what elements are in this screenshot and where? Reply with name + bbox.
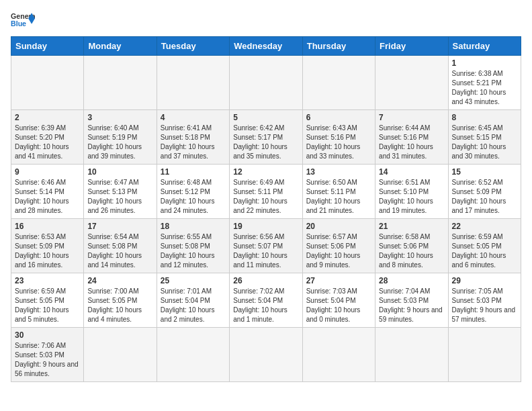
col-header-saturday: Saturday <box>448 37 521 56</box>
day-info: Sunrise: 7:03 AM Sunset: 5:04 PM Dayligh… <box>306 287 371 324</box>
calendar-cell: 16Sunrise: 6:53 AM Sunset: 5:09 PM Dayli… <box>11 219 84 273</box>
day-info: Sunrise: 6:39 AM Sunset: 5:20 PM Dayligh… <box>15 124 80 161</box>
calendar-cell <box>448 328 521 382</box>
day-info: Sunrise: 6:46 AM Sunset: 5:14 PM Dayligh… <box>15 178 80 216</box>
calendar-cell <box>11 56 84 110</box>
day-info: Sunrise: 6:52 AM Sunset: 5:09 PM Dayligh… <box>452 178 517 216</box>
day-info: Sunrise: 7:06 AM Sunset: 5:03 PM Dayligh… <box>15 341 80 379</box>
day-number: 24 <box>87 276 152 285</box>
calendar-cell: 2Sunrise: 6:39 AM Sunset: 5:20 PM Daylig… <box>11 110 84 165</box>
day-number: 8 <box>452 113 517 122</box>
day-info: Sunrise: 7:05 AM Sunset: 5:03 PM Dayligh… <box>452 287 517 324</box>
calendar-cell: 18Sunrise: 6:55 AM Sunset: 5:08 PM Dayli… <box>157 219 229 273</box>
day-info: Sunrise: 7:01 AM Sunset: 5:04 PM Dayligh… <box>161 287 226 324</box>
calendar-cell: 1Sunrise: 6:38 AM Sunset: 5:21 PM Daylig… <box>448 56 521 110</box>
calendar-cell <box>157 56 229 110</box>
day-info: Sunrise: 6:47 AM Sunset: 5:13 PM Dayligh… <box>87 178 152 216</box>
calendar-cell: 14Sunrise: 6:51 AM Sunset: 5:10 PM Dayli… <box>375 165 448 219</box>
calendar-cell: 23Sunrise: 6:59 AM Sunset: 5:05 PM Dayli… <box>11 273 84 328</box>
day-number: 28 <box>379 276 444 285</box>
day-number: 21 <box>379 222 444 231</box>
calendar-cell: 5Sunrise: 6:42 AM Sunset: 5:17 PM Daylig… <box>230 110 302 165</box>
day-info: Sunrise: 6:55 AM Sunset: 5:08 PM Dayligh… <box>161 232 226 270</box>
calendar-week-row: 2Sunrise: 6:39 AM Sunset: 5:20 PM Daylig… <box>11 110 521 165</box>
day-number: 15 <box>452 167 517 177</box>
calendar-cell <box>375 56 448 110</box>
calendar-cell <box>230 328 302 382</box>
day-number: 29 <box>452 276 517 285</box>
calendar-cell: 30Sunrise: 7:06 AM Sunset: 5:03 PM Dayli… <box>11 328 84 382</box>
calendar-cell: 11Sunrise: 6:48 AM Sunset: 5:12 PM Dayli… <box>157 165 229 219</box>
calendar-cell: 27Sunrise: 7:03 AM Sunset: 5:04 PM Dayli… <box>302 273 375 328</box>
day-info: Sunrise: 6:40 AM Sunset: 5:19 PM Dayligh… <box>87 124 152 161</box>
calendar-cell <box>157 328 229 382</box>
day-number: 7 <box>379 113 444 122</box>
day-info: Sunrise: 6:38 AM Sunset: 5:21 PM Dayligh… <box>452 69 517 107</box>
col-header-sunday: Sunday <box>11 37 84 56</box>
calendar-cell: 17Sunrise: 6:54 AM Sunset: 5:08 PM Dayli… <box>84 219 157 273</box>
day-info: Sunrise: 6:54 AM Sunset: 5:08 PM Dayligh… <box>87 232 152 270</box>
day-info: Sunrise: 6:58 AM Sunset: 5:06 PM Dayligh… <box>379 232 444 270</box>
day-info: Sunrise: 6:51 AM Sunset: 5:10 PM Dayligh… <box>379 178 444 216</box>
day-info: Sunrise: 6:59 AM Sunset: 5:05 PM Dayligh… <box>15 287 80 324</box>
calendar-cell: 19Sunrise: 6:56 AM Sunset: 5:07 PM Dayli… <box>230 219 302 273</box>
day-number: 9 <box>15 167 80 177</box>
calendar-cell: 8Sunrise: 6:45 AM Sunset: 5:15 PM Daylig… <box>448 110 521 165</box>
generalblue-logo-icon: General Blue <box>11 11 35 30</box>
day-info: Sunrise: 6:57 AM Sunset: 5:06 PM Dayligh… <box>306 232 371 270</box>
day-number: 19 <box>233 222 298 231</box>
calendar-cell: 24Sunrise: 7:00 AM Sunset: 5:05 PM Dayli… <box>84 273 157 328</box>
calendar-week-row: 9Sunrise: 6:46 AM Sunset: 5:14 PM Daylig… <box>11 165 521 219</box>
day-info: Sunrise: 6:44 AM Sunset: 5:16 PM Dayligh… <box>379 124 444 161</box>
day-number: 20 <box>306 222 371 231</box>
day-number: 25 <box>161 276 226 285</box>
day-info: Sunrise: 6:42 AM Sunset: 5:17 PM Dayligh… <box>233 124 298 161</box>
calendar-cell: 20Sunrise: 6:57 AM Sunset: 5:06 PM Dayli… <box>302 219 375 273</box>
day-number: 11 <box>161 167 226 177</box>
day-number: 6 <box>306 113 371 122</box>
calendar-cell <box>302 56 375 110</box>
day-info: Sunrise: 7:02 AM Sunset: 5:04 PM Dayligh… <box>233 287 298 324</box>
calendar-cell: 21Sunrise: 6:58 AM Sunset: 5:06 PM Dayli… <box>375 219 448 273</box>
calendar-cell: 26Sunrise: 7:02 AM Sunset: 5:04 PM Dayli… <box>230 273 302 328</box>
calendar-cell <box>84 328 157 382</box>
day-number: 1 <box>452 58 517 68</box>
day-number: 14 <box>379 167 444 177</box>
calendar-cell: 3Sunrise: 6:40 AM Sunset: 5:19 PM Daylig… <box>84 110 157 165</box>
day-number: 26 <box>233 276 298 285</box>
day-info: Sunrise: 7:00 AM Sunset: 5:05 PM Dayligh… <box>87 287 152 324</box>
calendar-cell <box>84 56 157 110</box>
calendar-cell: 10Sunrise: 6:47 AM Sunset: 5:13 PM Dayli… <box>84 165 157 219</box>
calendar-cell: 15Sunrise: 6:52 AM Sunset: 5:09 PM Dayli… <box>448 165 521 219</box>
day-number: 5 <box>233 113 298 122</box>
calendar-cell: 9Sunrise: 6:46 AM Sunset: 5:14 PM Daylig… <box>11 165 84 219</box>
calendar-cell: 22Sunrise: 6:59 AM Sunset: 5:05 PM Dayli… <box>448 219 521 273</box>
calendar-cell <box>302 328 375 382</box>
svg-text:Blue: Blue <box>11 19 26 28</box>
col-header-wednesday: Wednesday <box>230 37 302 56</box>
day-info: Sunrise: 6:41 AM Sunset: 5:18 PM Dayligh… <box>161 124 226 161</box>
calendar-week-row: 30Sunrise: 7:06 AM Sunset: 5:03 PM Dayli… <box>11 328 521 382</box>
calendar-week-row: 16Sunrise: 6:53 AM Sunset: 5:09 PM Dayli… <box>11 219 521 273</box>
day-number: 30 <box>15 330 80 340</box>
day-number: 18 <box>161 222 226 231</box>
calendar-cell: 29Sunrise: 7:05 AM Sunset: 5:03 PM Dayli… <box>448 273 521 328</box>
col-header-monday: Monday <box>84 37 157 56</box>
calendar-week-row: 23Sunrise: 6:59 AM Sunset: 5:05 PM Dayli… <box>11 273 521 328</box>
col-header-thursday: Thursday <box>302 37 375 56</box>
calendar-cell <box>375 328 448 382</box>
day-info: Sunrise: 6:48 AM Sunset: 5:12 PM Dayligh… <box>161 178 226 216</box>
calendar-week-row: 1Sunrise: 6:38 AM Sunset: 5:21 PM Daylig… <box>11 56 521 110</box>
day-info: Sunrise: 6:59 AM Sunset: 5:05 PM Dayligh… <box>452 232 517 270</box>
day-number: 4 <box>161 113 226 122</box>
col-header-friday: Friday <box>375 37 448 56</box>
calendar-cell: 12Sunrise: 6:49 AM Sunset: 5:11 PM Dayli… <box>230 165 302 219</box>
calendar-cell: 4Sunrise: 6:41 AM Sunset: 5:18 PM Daylig… <box>157 110 229 165</box>
calendar-table: SundayMondayTuesdayWednesdayThursdayFrid… <box>11 36 521 382</box>
calendar-cell: 13Sunrise: 6:50 AM Sunset: 5:11 PM Dayli… <box>302 165 375 219</box>
day-number: 2 <box>15 113 80 122</box>
day-number: 17 <box>87 222 152 231</box>
day-info: Sunrise: 7:04 AM Sunset: 5:03 PM Dayligh… <box>379 287 444 324</box>
day-info: Sunrise: 6:43 AM Sunset: 5:16 PM Dayligh… <box>306 124 371 161</box>
header: General Blue <box>11 11 521 30</box>
